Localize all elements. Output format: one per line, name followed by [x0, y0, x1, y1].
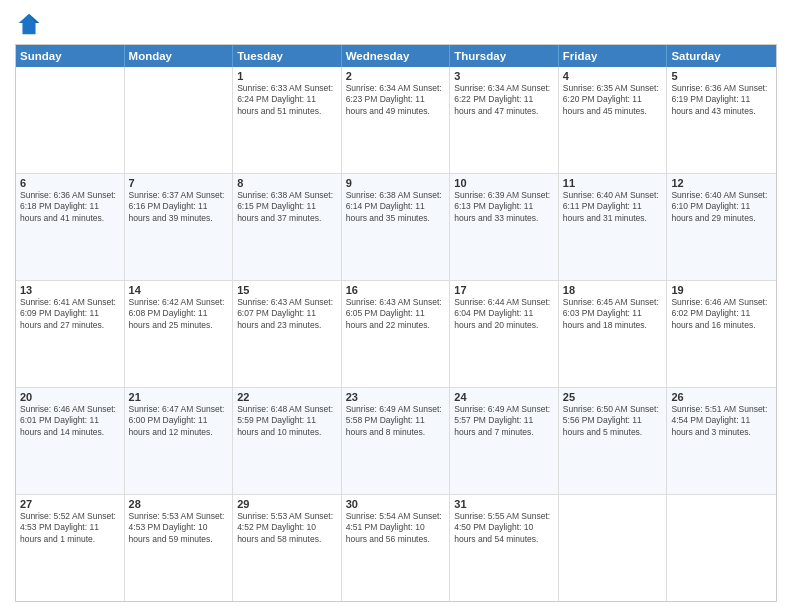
day-detail: Sunrise: 6:44 AM Sunset: 6:04 PM Dayligh… — [454, 297, 554, 331]
day-number: 12 — [671, 177, 772, 189]
day-number: 1 — [237, 70, 337, 82]
cal-cell: 13Sunrise: 6:41 AM Sunset: 6:09 PM Dayli… — [16, 281, 125, 387]
day-number: 16 — [346, 284, 446, 296]
cal-cell: 14Sunrise: 6:42 AM Sunset: 6:08 PM Dayli… — [125, 281, 234, 387]
day-number: 9 — [346, 177, 446, 189]
day-number: 3 — [454, 70, 554, 82]
logo-icon — [15, 10, 43, 38]
day-number: 30 — [346, 498, 446, 510]
week-row-2: 6Sunrise: 6:36 AM Sunset: 6:18 PM Daylig… — [16, 174, 776, 281]
day-detail: Sunrise: 6:49 AM Sunset: 5:58 PM Dayligh… — [346, 404, 446, 438]
cal-cell — [16, 67, 125, 173]
day-number: 24 — [454, 391, 554, 403]
cal-cell: 5Sunrise: 6:36 AM Sunset: 6:19 PM Daylig… — [667, 67, 776, 173]
cal-cell: 20Sunrise: 6:46 AM Sunset: 6:01 PM Dayli… — [16, 388, 125, 494]
day-detail: Sunrise: 6:43 AM Sunset: 6:07 PM Dayligh… — [237, 297, 337, 331]
header-day-monday: Monday — [125, 45, 234, 67]
cal-cell: 19Sunrise: 6:46 AM Sunset: 6:02 PM Dayli… — [667, 281, 776, 387]
day-number: 15 — [237, 284, 337, 296]
day-detail: Sunrise: 6:45 AM Sunset: 6:03 PM Dayligh… — [563, 297, 663, 331]
day-detail: Sunrise: 5:52 AM Sunset: 4:53 PM Dayligh… — [20, 511, 120, 545]
day-number: 26 — [671, 391, 772, 403]
cal-cell: 6Sunrise: 6:36 AM Sunset: 6:18 PM Daylig… — [16, 174, 125, 280]
day-number: 23 — [346, 391, 446, 403]
cal-cell: 23Sunrise: 6:49 AM Sunset: 5:58 PM Dayli… — [342, 388, 451, 494]
day-number: 29 — [237, 498, 337, 510]
header-day-friday: Friday — [559, 45, 668, 67]
cal-cell: 4Sunrise: 6:35 AM Sunset: 6:20 PM Daylig… — [559, 67, 668, 173]
day-number: 11 — [563, 177, 663, 189]
cal-cell: 7Sunrise: 6:37 AM Sunset: 6:16 PM Daylig… — [125, 174, 234, 280]
day-detail: Sunrise: 6:46 AM Sunset: 6:01 PM Dayligh… — [20, 404, 120, 438]
day-detail: Sunrise: 6:36 AM Sunset: 6:19 PM Dayligh… — [671, 83, 772, 117]
cal-cell: 9Sunrise: 6:38 AM Sunset: 6:14 PM Daylig… — [342, 174, 451, 280]
day-detail: Sunrise: 6:40 AM Sunset: 6:10 PM Dayligh… — [671, 190, 772, 224]
cal-cell: 8Sunrise: 6:38 AM Sunset: 6:15 PM Daylig… — [233, 174, 342, 280]
calendar-body: 1Sunrise: 6:33 AM Sunset: 6:24 PM Daylig… — [16, 67, 776, 601]
day-number: 5 — [671, 70, 772, 82]
day-number: 27 — [20, 498, 120, 510]
day-number: 7 — [129, 177, 229, 189]
day-detail: Sunrise: 6:37 AM Sunset: 6:16 PM Dayligh… — [129, 190, 229, 224]
cal-cell: 25Sunrise: 6:50 AM Sunset: 5:56 PM Dayli… — [559, 388, 668, 494]
day-detail: Sunrise: 6:43 AM Sunset: 6:05 PM Dayligh… — [346, 297, 446, 331]
day-number: 18 — [563, 284, 663, 296]
day-detail: Sunrise: 5:55 AM Sunset: 4:50 PM Dayligh… — [454, 511, 554, 545]
day-detail: Sunrise: 6:41 AM Sunset: 6:09 PM Dayligh… — [20, 297, 120, 331]
week-row-4: 20Sunrise: 6:46 AM Sunset: 6:01 PM Dayli… — [16, 388, 776, 495]
cal-cell — [667, 495, 776, 601]
cal-cell: 12Sunrise: 6:40 AM Sunset: 6:10 PM Dayli… — [667, 174, 776, 280]
header-day-sunday: Sunday — [16, 45, 125, 67]
day-detail: Sunrise: 5:53 AM Sunset: 4:53 PM Dayligh… — [129, 511, 229, 545]
header-day-tuesday: Tuesday — [233, 45, 342, 67]
day-detail: Sunrise: 6:34 AM Sunset: 6:23 PM Dayligh… — [346, 83, 446, 117]
day-detail: Sunrise: 5:51 AM Sunset: 4:54 PM Dayligh… — [671, 404, 772, 438]
day-detail: Sunrise: 6:33 AM Sunset: 6:24 PM Dayligh… — [237, 83, 337, 117]
day-detail: Sunrise: 6:38 AM Sunset: 6:14 PM Dayligh… — [346, 190, 446, 224]
logo — [15, 10, 47, 38]
cal-cell: 17Sunrise: 6:44 AM Sunset: 6:04 PM Dayli… — [450, 281, 559, 387]
svg-marker-0 — [19, 14, 40, 35]
header-day-saturday: Saturday — [667, 45, 776, 67]
cal-cell: 21Sunrise: 6:47 AM Sunset: 6:00 PM Dayli… — [125, 388, 234, 494]
day-detail: Sunrise: 6:50 AM Sunset: 5:56 PM Dayligh… — [563, 404, 663, 438]
week-row-3: 13Sunrise: 6:41 AM Sunset: 6:09 PM Dayli… — [16, 281, 776, 388]
cal-cell — [125, 67, 234, 173]
cal-cell: 31Sunrise: 5:55 AM Sunset: 4:50 PM Dayli… — [450, 495, 559, 601]
cal-cell: 1Sunrise: 6:33 AM Sunset: 6:24 PM Daylig… — [233, 67, 342, 173]
day-number: 17 — [454, 284, 554, 296]
day-number: 21 — [129, 391, 229, 403]
day-number: 19 — [671, 284, 772, 296]
cal-cell: 24Sunrise: 6:49 AM Sunset: 5:57 PM Dayli… — [450, 388, 559, 494]
header-day-wednesday: Wednesday — [342, 45, 451, 67]
day-number: 4 — [563, 70, 663, 82]
day-number: 22 — [237, 391, 337, 403]
day-number: 6 — [20, 177, 120, 189]
day-detail: Sunrise: 6:36 AM Sunset: 6:18 PM Dayligh… — [20, 190, 120, 224]
day-detail: Sunrise: 6:40 AM Sunset: 6:11 PM Dayligh… — [563, 190, 663, 224]
day-detail: Sunrise: 6:38 AM Sunset: 6:15 PM Dayligh… — [237, 190, 337, 224]
cal-cell: 27Sunrise: 5:52 AM Sunset: 4:53 PM Dayli… — [16, 495, 125, 601]
calendar-header: SundayMondayTuesdayWednesdayThursdayFrid… — [16, 45, 776, 67]
week-row-1: 1Sunrise: 6:33 AM Sunset: 6:24 PM Daylig… — [16, 67, 776, 174]
day-detail: Sunrise: 6:35 AM Sunset: 6:20 PM Dayligh… — [563, 83, 663, 117]
day-detail: Sunrise: 6:39 AM Sunset: 6:13 PM Dayligh… — [454, 190, 554, 224]
calendar: SundayMondayTuesdayWednesdayThursdayFrid… — [15, 44, 777, 602]
cal-cell: 22Sunrise: 6:48 AM Sunset: 5:59 PM Dayli… — [233, 388, 342, 494]
header-day-thursday: Thursday — [450, 45, 559, 67]
cal-cell: 18Sunrise: 6:45 AM Sunset: 6:03 PM Dayli… — [559, 281, 668, 387]
week-row-5: 27Sunrise: 5:52 AM Sunset: 4:53 PM Dayli… — [16, 495, 776, 601]
day-number: 8 — [237, 177, 337, 189]
day-detail: Sunrise: 6:42 AM Sunset: 6:08 PM Dayligh… — [129, 297, 229, 331]
day-detail: Sunrise: 6:34 AM Sunset: 6:22 PM Dayligh… — [454, 83, 554, 117]
day-detail: Sunrise: 6:49 AM Sunset: 5:57 PM Dayligh… — [454, 404, 554, 438]
cal-cell: 11Sunrise: 6:40 AM Sunset: 6:11 PM Dayli… — [559, 174, 668, 280]
day-number: 28 — [129, 498, 229, 510]
cal-cell: 3Sunrise: 6:34 AM Sunset: 6:22 PM Daylig… — [450, 67, 559, 173]
cal-cell — [559, 495, 668, 601]
day-number: 10 — [454, 177, 554, 189]
day-detail: Sunrise: 6:47 AM Sunset: 6:00 PM Dayligh… — [129, 404, 229, 438]
day-number: 13 — [20, 284, 120, 296]
cal-cell: 15Sunrise: 6:43 AM Sunset: 6:07 PM Dayli… — [233, 281, 342, 387]
day-number: 20 — [20, 391, 120, 403]
